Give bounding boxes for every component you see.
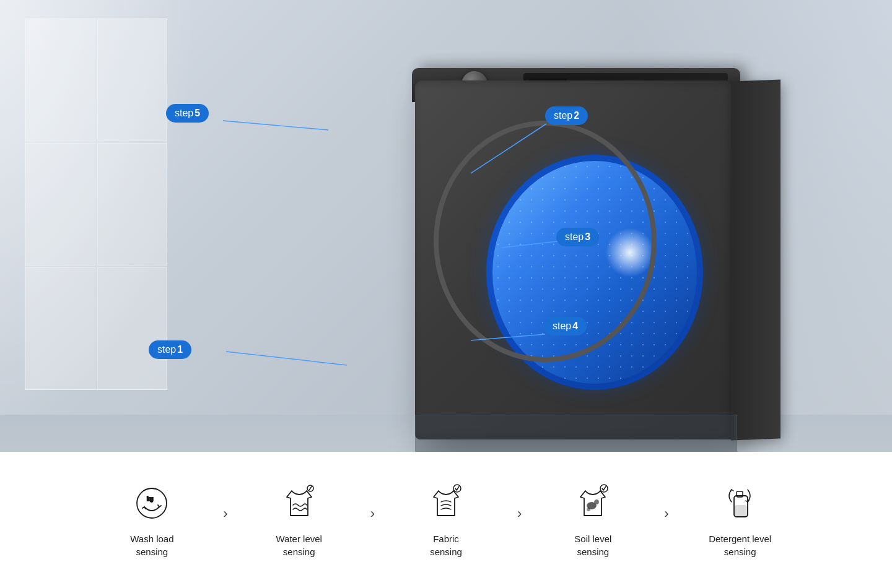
svg-text:kg: kg — [147, 496, 154, 502]
step5-label: step5 — [166, 104, 209, 123]
arrow-4: › — [664, 506, 668, 522]
machine-side-panel — [731, 80, 780, 441]
main-scene: Cotton — [0, 0, 892, 588]
step2-label: step2 — [545, 106, 588, 125]
wash-load-label: Wash load sensing — [130, 532, 173, 558]
water-level-label: Water level sensing — [276, 532, 321, 558]
sensing-item-water-level: Water level sensing — [231, 482, 367, 558]
arrow-1: › — [223, 506, 227, 522]
step1-label: step1 — [149, 340, 191, 359]
svg-line-0 — [226, 352, 347, 365]
window-pane — [25, 19, 167, 390]
wash-load-icon: kg — [130, 482, 173, 525]
svg-point-5 — [137, 488, 167, 518]
svg-point-8 — [453, 485, 461, 492]
fabric-icon — [424, 482, 468, 525]
soil-level-label: Soil level sensing — [574, 532, 611, 558]
detergent-icon — [719, 482, 762, 525]
svg-rect-15 — [735, 506, 746, 516]
sensing-item-detergent: Detergent level sensing — [672, 482, 808, 558]
svg-line-4 — [223, 121, 328, 130]
svg-point-10 — [595, 500, 598, 504]
svg-point-11 — [587, 508, 590, 511]
sensing-item-soil-level: Soil level sensing — [525, 482, 661, 558]
step4-label: step4 — [544, 317, 587, 335]
arrow-2: › — [370, 506, 375, 522]
fabric-label: Fabric sensing — [430, 532, 462, 558]
sensing-item-wash-load: kg Wash load sensing — [84, 482, 220, 558]
sensing-item-fabric: Fabric sensing — [378, 482, 514, 558]
soil-level-icon — [571, 482, 614, 525]
svg-point-12 — [600, 485, 608, 492]
step3-label: step3 — [556, 228, 599, 246]
water-level-icon — [278, 482, 321, 525]
sensing-bar: kg Wash load sensing › — [0, 452, 892, 588]
detergent-label: Detergent level sensing — [709, 532, 771, 558]
arrow-3: › — [517, 506, 522, 522]
